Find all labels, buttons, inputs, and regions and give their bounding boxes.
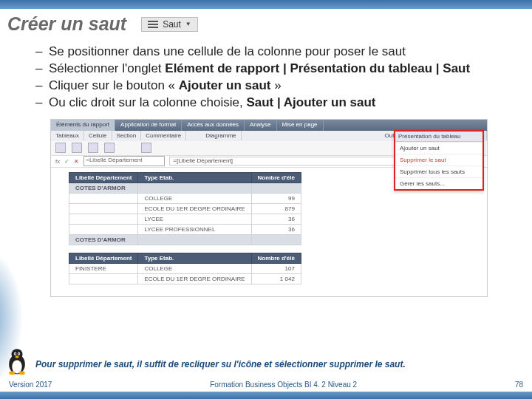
break-menu: Présentation du tableau Ajouter un saut …: [394, 130, 484, 191]
slide-footer: Version 2017 Formation Business Objects …: [0, 381, 532, 389]
tab-format[interactable]: Application de format: [115, 120, 182, 131]
tool-icon[interactable]: [55, 143, 66, 153]
subtab-cellule[interactable]: Cellule: [84, 131, 112, 140]
svg-point-2: [12, 349, 23, 360]
tool-icon[interactable]: [88, 143, 98, 153]
formula-dropdown[interactable]: =Libellé Département: [83, 156, 165, 166]
menu-manage-breaks[interactable]: Gérer les sauts...: [395, 177, 482, 189]
screenshot-area: Éléments du rapport Application de forma…: [50, 119, 488, 297]
svg-point-7: [16, 355, 19, 358]
menu-remove-break[interactable]: Supprimer le saut: [395, 154, 482, 166]
footer-page: 78: [515, 381, 523, 389]
tool-icon[interactable]: [141, 143, 151, 153]
data-table-1: Libellé DépartementType Etab.Nombre d'él…: [69, 172, 301, 245]
footer-version: Version 2017: [9, 381, 52, 389]
svg-point-5: [15, 353, 16, 355]
tab-analyse[interactable]: Analyse: [245, 120, 276, 131]
tab-data[interactable]: Accès aux données: [182, 120, 245, 131]
menu-remove-all[interactable]: Supprimer tous les sauts: [395, 166, 482, 177]
saut-label: Saut: [163, 19, 181, 30]
page-title: Créer un saut: [7, 13, 126, 35]
menu-header-1: Présentation du tableau: [398, 133, 461, 140]
delete-note: Pour supprimer le saut, il suffit de rec…: [35, 359, 406, 369]
tab-elements[interactable]: Éléments du rapport: [51, 120, 115, 131]
tab-layout[interactable]: Mise en page: [277, 120, 324, 131]
check-icon[interactable]: ✓: [64, 158, 69, 165]
subtab-tableaux[interactable]: Tableaux: [51, 131, 84, 140]
svg-point-9: [19, 371, 25, 375]
subtab-commentaire[interactable]: Commentaire: [141, 131, 186, 140]
fx-label: fx: [55, 158, 60, 165]
subtab-section[interactable]: Section: [112, 131, 142, 140]
tool-icon[interactable]: [72, 143, 82, 153]
saut-dropdown[interactable]: Saut ▼: [141, 17, 198, 32]
svg-point-8: [9, 371, 15, 375]
menu-add-break[interactable]: Ajouter un saut: [395, 142, 482, 154]
tux-icon: [4, 346, 30, 375]
data-table-2: Libellé DépartementType Etab.Nombre d'él…: [69, 253, 301, 284]
svg-point-6: [18, 353, 20, 355]
ribbon-tabs: Éléments du rapport Application de forma…: [51, 120, 487, 131]
footer-title: Formation Business Objects BI 4. 2 Nivea…: [210, 381, 357, 389]
chevron-down-icon: ▼: [185, 21, 191, 27]
tool-icon[interactable]: [104, 143, 115, 153]
instruction-list: Se positionner dans une cellule de la co…: [0, 41, 532, 119]
cancel-icon[interactable]: ✕: [74, 158, 79, 165]
break-icon: [148, 21, 158, 28]
subtab-diagramme[interactable]: Diagramme: [201, 131, 241, 140]
